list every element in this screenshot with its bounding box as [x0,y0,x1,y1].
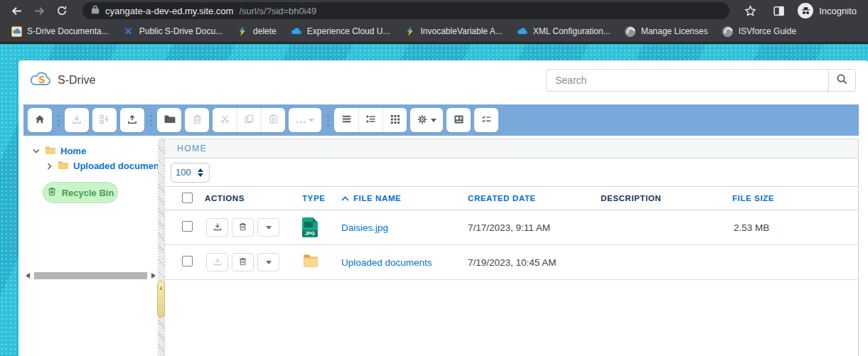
chevron-down-icon[interactable] [32,149,41,153]
breadcrumb[interactable]: HOME [177,144,207,153]
column-header-file-name[interactable]: FILE NAME [336,194,462,203]
cut-button[interactable] [213,108,237,132]
row-more-button[interactable] [257,218,279,237]
toolbar-separator [148,115,154,126]
row-delete-button[interactable] [232,218,254,237]
trash-icon [238,222,247,234]
folder-icon [45,146,56,157]
created-date-cell: 7/19/2023, 10:45 AM [462,257,595,268]
forward-icon[interactable] [30,1,48,20]
panel-splitter[interactable]: ‹ [158,139,164,356]
detail-list-view-button[interactable] [358,108,382,132]
preview-button[interactable] [446,108,471,132]
upload-button[interactable] [120,108,144,132]
new-folder-button[interactable] [157,108,181,132]
back-icon[interactable] [7,1,26,20]
table-row: JPG Daisies.jpg 7/17/2023, 9:11 AM 2.53 … [165,210,858,245]
trash-icon [47,186,57,199]
blue-x-icon: ✕ [123,26,134,37]
page-size-input[interactable] [176,167,194,178]
row-download-button[interactable] [206,253,228,271]
bookmark-invocablevariable[interactable]: InvocableVariable A... [399,23,508,39]
page-title: S-Drive [58,74,95,87]
chevron-right-icon[interactable] [45,163,53,170]
copy-icon [244,114,254,126]
paste-button[interactable] [261,108,285,132]
bookmark-public-sdrive-docs[interactable]: ✕ Public S-Drive Docu... [117,23,228,39]
bookmark-delete[interactable]: delete [231,23,282,39]
bookmarks-bar: S-Drive Documenta... ✕ Public S-Drive Do… [0,21,868,41]
search-button[interactable] [828,70,855,91]
settings-button[interactable] [410,108,443,132]
download-icon [71,114,82,127]
column-header-description: DESCRIPTION [595,194,727,203]
multi-select-button[interactable] [474,108,498,132]
multi-download-button[interactable] [92,108,117,132]
download-button[interactable] [65,108,89,132]
side-panel-icon[interactable] [769,1,788,20]
toolbar-separator [325,115,331,126]
trash-icon [192,114,203,127]
lightning-icon [404,26,416,37]
page-size-row [165,158,858,187]
list-view-button[interactable] [334,108,358,132]
tree-horizontal-scrollbar [23,271,158,280]
created-date-cell: 7/17/2023, 9:11 AM [462,222,595,233]
tree-item-uploaded-documents[interactable]: Uploaded documents [23,158,158,173]
gear-icon [417,114,428,127]
table-row: Uploaded documents 7/19/2023, 10:45 AM [165,245,858,280]
globe-icon [625,26,636,37]
list-icon [341,114,352,126]
more-actions-button[interactable] [289,108,321,132]
grid-view-button[interactable] [382,108,407,132]
file-link[interactable]: Daisies.jpg [336,222,462,233]
table-header-row: ACTIONS TYPE FILE NAME CREATED DATE DESC… [165,187,858,210]
file-size-cell: 2.53 MB [727,222,858,233]
row-checkbox[interactable] [182,221,193,232]
folder-link[interactable]: Uploaded documents [336,257,462,268]
column-header-actions: ACTIONS [199,194,296,203]
breadcrumb-bar: HOME [165,139,858,158]
bookmark-experience-cloud[interactable]: Experience Cloud U... [285,23,396,39]
bookmark-xml-configuration[interactable]: XML Configuration... [511,23,616,39]
multi-download-icon [99,114,110,127]
scroll-right-icon[interactable] [149,271,158,280]
collapse-panel-handle[interactable]: ‹ [157,281,165,318]
search-box [546,69,856,92]
search-input[interactable] [547,70,828,91]
address-bar[interactable]: cyangate-a-dev-ed.my.site.com/surl/s/?si… [82,2,729,19]
column-header-type[interactable]: TYPE [296,194,336,203]
bookmark-star-icon[interactable] [741,1,759,20]
card-header: S S-Drive [18,60,868,104]
page-size-stepper[interactable] [171,163,210,183]
select-all-checkbox[interactable] [182,193,193,203]
sdrive-logo: S [30,71,51,90]
svg-text:S: S [38,74,45,85]
bookmark-sdrive-documentation[interactable]: S-Drive Documenta... [6,24,114,39]
scrollbar-thumb[interactable] [34,272,147,279]
scroll-left-icon[interactable] [23,271,32,280]
step-down-icon[interactable] [198,173,203,177]
bookmark-manage-licenses[interactable]: Manage Licenses [619,23,714,39]
bookmark-isvforce-guide[interactable]: ISVforce Guide [717,23,802,39]
row-more-button[interactable] [257,253,279,271]
column-header-created-date[interactable]: CREATED DATE [462,194,595,203]
ellipsis-icon [296,115,306,126]
browser-navbar: cyangate-a-dev-ed.my.site.com/surl/s/?si… [0,0,868,21]
home-button[interactable] [28,108,52,132]
view-group [334,108,407,132]
row-delete-button[interactable] [232,253,254,271]
recycle-bin-button[interactable]: Recycle Bin [43,182,118,203]
row-download-button[interactable] [206,218,228,237]
reload-icon[interactable] [53,1,71,20]
grid-icon [390,114,400,126]
tree-item-home[interactable]: Home [23,144,158,158]
copy-button[interactable] [237,108,261,132]
row-checkbox[interactable] [182,256,193,266]
file-toolbar [23,104,859,136]
recycle-bin-label: Recycle Bin [62,188,114,198]
globe-icon [722,26,733,37]
column-header-file-size[interactable]: FILE SIZE [727,194,858,203]
step-up-icon[interactable] [198,168,203,172]
delete-button[interactable] [185,108,209,132]
